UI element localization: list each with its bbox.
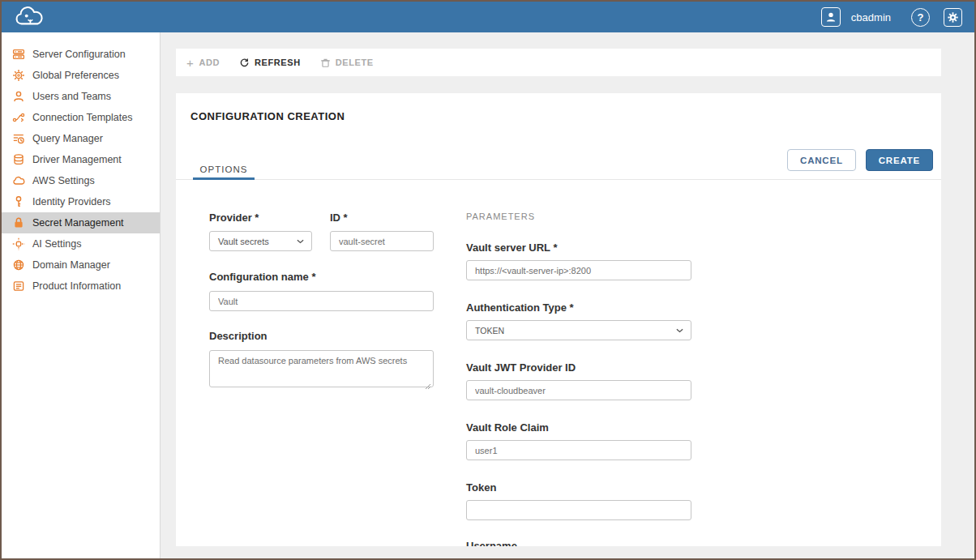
admin-sidebar: Server Configuration Global Preferences xyxy=(2,32,161,558)
vault-server-url-input[interactable] xyxy=(466,260,691,280)
database-icon xyxy=(12,153,25,166)
configuration-creation-panel: CONFIGURATION CREATION CANCEL CREATE OPT… xyxy=(176,93,941,546)
toolbar: + ADD REFRESH xyxy=(176,49,941,76)
sidebar-item-label: AWS Settings xyxy=(32,175,95,186)
sidebar-item-query-manager[interactable]: Query Manager xyxy=(2,128,160,149)
lock-icon xyxy=(12,216,25,229)
settings-button[interactable] xyxy=(944,8,962,27)
description-textarea[interactable]: Read datasource parameters from AWS secr… xyxy=(209,350,434,387)
document-icon xyxy=(12,280,25,293)
globe-icon xyxy=(12,259,25,271)
configuration-name-label: Configuration name * xyxy=(209,271,315,283)
add-button-label: ADD xyxy=(199,58,220,67)
user-avatar[interactable] xyxy=(821,7,841,27)
id-input[interactable] xyxy=(330,231,434,251)
content-area: + ADD REFRESH xyxy=(161,32,974,558)
provider-select-value: Vault secrets xyxy=(218,237,269,246)
sidebar-item-label: Connection Templates xyxy=(32,112,132,123)
vault-jwt-provider-id-label: Vault JWT Provider ID xyxy=(466,361,576,374)
authentication-type-label: Authentication Type * xyxy=(466,301,574,314)
vault-server-url-label: Vault server URL * xyxy=(466,242,557,254)
sidebar-item-label: Query Manager xyxy=(32,133,103,144)
sidebar-item-label: Server Configuration xyxy=(32,49,126,60)
sidebar-item-server-configuration[interactable]: Server Configuration xyxy=(2,44,160,65)
resize-grip-icon[interactable] xyxy=(424,378,431,386)
question-mark-icon: ? xyxy=(918,11,924,24)
sidebar-item-aws-settings[interactable]: AWS Settings xyxy=(2,170,160,191)
sidebar-item-ai-settings[interactable]: AI Settings xyxy=(2,233,160,254)
key-icon xyxy=(12,195,25,208)
sidebar-item-identity-providers[interactable]: Identity Providers xyxy=(2,191,160,212)
token-label: Token xyxy=(466,481,496,494)
chevron-down-icon xyxy=(297,239,304,244)
sidebar-item-users-and-teams[interactable]: Users and Teams xyxy=(2,86,160,107)
sidebar-item-label: Secret Management xyxy=(32,217,124,229)
sidebar-item-label: Global Preferences xyxy=(32,70,119,81)
vault-role-claim-input[interactable] xyxy=(466,440,691,460)
delete-button[interactable]: DELETE xyxy=(320,58,374,68)
provider-label: Provider * xyxy=(209,212,259,224)
chevron-down-icon xyxy=(676,328,683,333)
trash-icon xyxy=(320,58,331,68)
top-bar: cbadmin ? xyxy=(2,2,974,32)
refresh-button-label: REFRESH xyxy=(255,58,301,67)
gear-icon xyxy=(12,69,25,82)
parameters-section-label: PARAMETERS xyxy=(466,212,535,221)
app-window: cbadmin ? xyxy=(0,0,976,560)
username-label: Username xyxy=(466,540,517,546)
username-label: cbadmin xyxy=(851,11,891,24)
active-tab-underline xyxy=(193,177,255,180)
cloud-icon xyxy=(12,174,25,187)
person-icon xyxy=(824,11,837,24)
sidebar-item-driver-management[interactable]: Driver Management xyxy=(2,149,160,170)
sidebar-item-secret-management[interactable]: Secret Management xyxy=(2,212,160,233)
query-clock-icon xyxy=(12,132,25,145)
cloudbeaver-logo-icon[interactable] xyxy=(11,6,47,28)
authentication-type-value: TOKEN xyxy=(475,326,504,336)
tabs-separator xyxy=(176,179,941,180)
sidebar-item-global-preferences[interactable]: Global Preferences xyxy=(2,65,160,86)
add-button[interactable]: + ADD xyxy=(186,58,220,68)
sidebar-item-label: Product Information xyxy=(32,280,121,292)
description-label: Description xyxy=(209,330,268,342)
sidebar-item-connection-templates[interactable]: Connection Templates xyxy=(2,107,160,128)
help-button[interactable]: ? xyxy=(911,8,930,27)
server-icon xyxy=(12,48,25,61)
configuration-name-input[interactable] xyxy=(209,291,434,311)
tab-options[interactable]: OPTIONS xyxy=(193,165,255,174)
provider-select[interactable]: Vault secrets xyxy=(209,231,312,251)
delete-button-label: DELETE xyxy=(336,58,374,67)
authentication-type-select[interactable]: TOKEN xyxy=(466,320,691,340)
vault-role-claim-label: Vault Role Claim xyxy=(466,421,549,434)
plus-icon: + xyxy=(186,58,194,68)
sidebar-item-product-information[interactable]: Product Information xyxy=(2,276,160,297)
id-label: ID * xyxy=(330,212,348,224)
sidebar-item-label: Identity Providers xyxy=(32,196,111,207)
sidebar-item-label: Domain Manager xyxy=(32,259,110,271)
user-icon xyxy=(12,90,25,103)
sidebar-item-domain-manager[interactable]: Domain Manager xyxy=(2,254,160,276)
token-input[interactable] xyxy=(466,500,691,520)
sidebar-item-label: AI Settings xyxy=(32,238,81,250)
refresh-icon xyxy=(239,58,250,68)
gear-icon xyxy=(947,11,959,24)
sidebar-item-label: Users and Teams xyxy=(32,91,111,102)
form-actions: CANCEL CREATE xyxy=(787,149,933,171)
sidebar-item-label: Driver Management xyxy=(32,154,122,165)
refresh-button[interactable]: REFRESH xyxy=(239,58,301,68)
connection-icon xyxy=(12,111,25,124)
page-title: CONFIGURATION CREATION xyxy=(190,110,345,122)
cancel-button[interactable]: CANCEL xyxy=(787,149,856,171)
create-button[interactable]: CREATE xyxy=(866,149,933,171)
vault-jwt-provider-id-input[interactable] xyxy=(466,380,691,400)
ai-chip-icon xyxy=(12,237,25,250)
